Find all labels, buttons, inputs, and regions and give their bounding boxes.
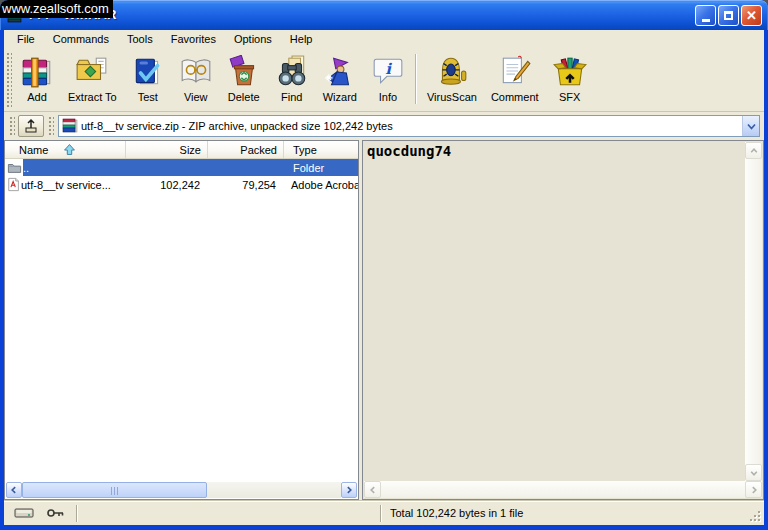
view-book-icon xyxy=(179,55,213,89)
size-column-label: Size xyxy=(180,144,201,156)
scroll-thumb[interactable] xyxy=(22,482,207,498)
winrar-window: ??? - WinRAR ✕ www.zeallsoft.com File Co… xyxy=(0,0,768,530)
delete-label: Delete xyxy=(228,91,260,103)
scroll-right-button[interactable] xyxy=(341,482,357,498)
find-binoculars-icon xyxy=(275,55,309,89)
comment-note-icon xyxy=(498,55,532,89)
resize-grip[interactable] xyxy=(749,510,762,523)
menu-commands[interactable]: Commands xyxy=(44,31,118,48)
info-label: Info xyxy=(379,91,397,103)
chevron-up-icon xyxy=(750,147,758,155)
column-header-name[interactable]: Name xyxy=(5,141,126,158)
delete-button[interactable]: Delete xyxy=(220,48,268,105)
extract-to-label: Extract To xyxy=(68,91,117,103)
info-bubble-icon: i xyxy=(371,55,405,89)
sfx-button[interactable]: SFX xyxy=(546,48,594,105)
comment-pane: quocdung74 xyxy=(362,140,764,500)
packed-column-label: Packed xyxy=(240,144,277,156)
chevron-down-icon xyxy=(747,123,756,130)
scroll-left-button[interactable] xyxy=(364,481,381,498)
main-area: Name Size Packed Type xyxy=(4,140,764,500)
scroll-left-button[interactable] xyxy=(6,482,22,498)
virus-scan-icon xyxy=(435,55,469,89)
scroll-track[interactable] xyxy=(22,482,341,498)
find-button[interactable]: Find xyxy=(268,48,316,105)
comment-button[interactable]: Comment xyxy=(484,48,546,105)
maximize-button[interactable] xyxy=(718,5,739,26)
chevron-left-icon xyxy=(10,486,18,494)
menu-favorites[interactable]: Favorites xyxy=(162,31,225,48)
chevron-left-icon xyxy=(369,486,377,494)
column-header-type[interactable]: Type xyxy=(284,141,358,158)
key-icon xyxy=(46,507,66,519)
column-header-packed[interactable]: Packed xyxy=(208,141,284,158)
view-label: View xyxy=(184,91,208,103)
extract-to-button[interactable]: Extract To xyxy=(61,48,124,105)
menu-file[interactable]: File xyxy=(8,31,44,48)
toolbar: Add Extract To Test xyxy=(4,48,764,112)
archive-books-icon xyxy=(20,55,54,89)
add-label: Add xyxy=(27,91,47,103)
client-area: File Commands Tools Favorites Options He… xyxy=(4,30,764,525)
test-button[interactable]: Test xyxy=(124,48,172,105)
add-button[interactable]: Add xyxy=(13,48,61,105)
menu-options[interactable]: Options xyxy=(225,31,281,48)
type-column-label: Type xyxy=(293,144,317,156)
menu-tools[interactable]: Tools xyxy=(118,31,162,48)
chevron-right-icon xyxy=(750,486,758,494)
address-grip-2[interactable] xyxy=(47,115,54,137)
address-grip-1[interactable] xyxy=(8,115,15,137)
comment-horizontal-scrollbar[interactable] xyxy=(364,481,762,498)
sort-ascending-icon xyxy=(64,144,75,155)
toolbar-grip[interactable] xyxy=(5,51,12,108)
zeallsoft-watermark: www.zeallsoft.com xyxy=(0,0,113,18)
scroll-down-button[interactable] xyxy=(745,464,762,481)
archive-address-combo[interactable]: utf-8__tv service.zip - ZIP archive, unp… xyxy=(58,115,760,137)
pdf-icon xyxy=(5,177,21,192)
folder-up-icon xyxy=(23,118,39,134)
wizard-button[interactable]: Wizard xyxy=(316,48,364,105)
chevron-down-icon xyxy=(750,469,758,477)
maximize-icon xyxy=(724,11,733,20)
extract-folder-icon xyxy=(75,55,109,89)
wizard-icon xyxy=(323,55,357,89)
address-dropdown-button[interactable] xyxy=(742,116,759,136)
up-directory-button[interactable] xyxy=(18,115,44,137)
archive-path-text: utf-8__tv service.zip - ZIP archive, unp… xyxy=(81,120,742,132)
file-list-pane: Name Size Packed Type xyxy=(4,140,359,500)
toolbar-separator xyxy=(415,54,417,104)
menu-bar: File Commands Tools Favorites Options He… xyxy=(4,30,764,48)
title-bar[interactable]: ??? - WinRAR ✕ xyxy=(0,0,768,30)
comment-label: Comment xyxy=(491,91,539,103)
folder-icon xyxy=(5,161,23,175)
sfx-box-icon xyxy=(553,55,587,89)
close-icon: ✕ xyxy=(746,9,757,22)
comment-vertical-scrollbar[interactable] xyxy=(745,142,762,481)
test-book-icon xyxy=(131,55,165,89)
minimize-button[interactable] xyxy=(695,5,716,26)
virusscan-label: VirusScan xyxy=(427,91,477,103)
test-label: Test xyxy=(138,91,158,103)
column-header-size[interactable]: Size xyxy=(126,141,208,158)
scroll-right-button[interactable] xyxy=(745,481,762,498)
status-bar: Total 102,242 bytes in 1 file xyxy=(4,500,764,525)
view-button[interactable]: View xyxy=(172,48,220,105)
row-name: utf-8__tv service... xyxy=(21,179,124,191)
sfx-label: SFX xyxy=(559,91,580,103)
info-button[interactable]: i Info xyxy=(364,48,412,105)
virusscan-button[interactable]: VirusScan xyxy=(420,48,484,105)
minimize-icon xyxy=(702,19,710,22)
list-header: Name Size Packed Type xyxy=(5,141,358,159)
row-packed: 79,254 xyxy=(206,179,282,191)
menu-help[interactable]: Help xyxy=(281,31,322,48)
zip-archive-icon xyxy=(62,118,78,134)
find-label: Find xyxy=(281,91,302,103)
disk-drive-icon xyxy=(14,506,34,520)
name-column-label: Name xyxy=(19,144,48,156)
table-row-parent-dir[interactable]: .. Folder xyxy=(5,159,358,176)
close-button[interactable]: ✕ xyxy=(741,5,762,26)
row-type: Adobe Acrobat xyxy=(282,179,359,191)
table-row-pdf-file[interactable]: utf-8__tv service... 102,242 79,254 Adob… xyxy=(5,176,358,193)
scroll-up-button[interactable] xyxy=(745,142,762,159)
file-list-horizontal-scrollbar[interactable] xyxy=(6,482,357,498)
